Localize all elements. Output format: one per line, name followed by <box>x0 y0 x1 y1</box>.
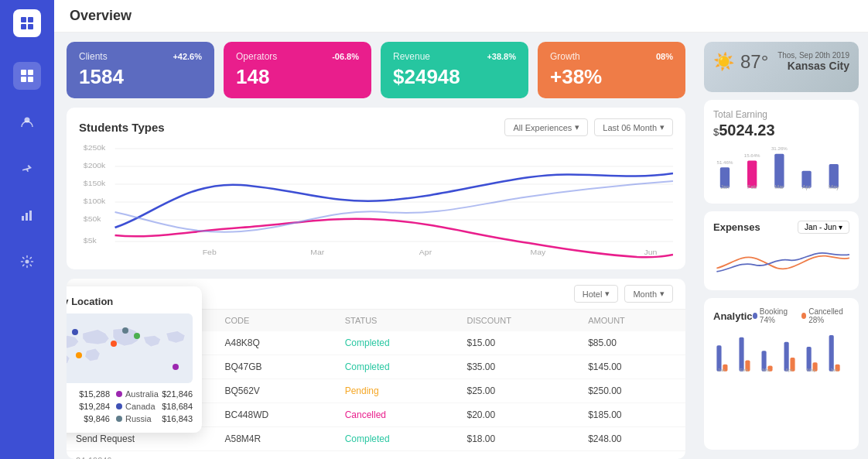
sidebar-item-analytics[interactable] <box>13 201 41 229</box>
sidebar <box>0 0 54 459</box>
loc-value: $18,684 <box>162 402 193 411</box>
loc-value: $16,843 <box>162 414 193 423</box>
svg-text:Feb: Feb <box>747 184 757 190</box>
cell-discount: $35.00 <box>457 355 579 379</box>
cell-code: A48K8Q <box>215 331 335 355</box>
legend-label-booking: Booking 74% <box>760 307 795 324</box>
cell-code: BQ562V <box>215 379 335 403</box>
cell-status: Cancelled <box>336 403 458 427</box>
cell-amount: $145.00 <box>579 355 685 379</box>
students-chart-section: Students Types All Experiences ▾ Last 06… <box>67 108 685 269</box>
map-dot-china <box>134 333 140 339</box>
cell-amount: $185.00 <box>579 403 685 427</box>
svg-text:Feb: Feb <box>740 367 748 372</box>
loc-value: $21,846 <box>162 389 193 399</box>
sidebar-item-settings[interactable] <box>13 248 41 276</box>
earning-chart: Jan 51.46% Feb 15.64% Mar 31.26% Apr <box>713 144 849 194</box>
chart-filter-experiences[interactable]: All Experiences ▾ <box>504 118 588 136</box>
legend-dot-booking <box>753 313 757 319</box>
weather-city: Kansas City <box>777 60 849 72</box>
svg-rect-7 <box>28 77 33 82</box>
map-dot-australia <box>173 364 179 370</box>
svg-rect-33 <box>747 161 757 188</box>
col-amount: AMOUNT <box>579 310 685 331</box>
sidebar-item-users[interactable] <box>13 108 41 136</box>
sidebar-item-dashboard[interactable] <box>13 62 41 90</box>
svg-text:Mar: Mar <box>762 367 771 372</box>
stat-card-revenue-header: Revenue +38.8% <box>393 51 516 62</box>
svg-rect-58 <box>829 335 834 372</box>
cell-discount: $25.00 <box>457 379 579 403</box>
loc-name: Canada <box>125 402 155 411</box>
svg-text:May: May <box>531 248 546 256</box>
legend-cancelled: Cancelled 28% <box>801 307 849 324</box>
chart-filters: All Experiences ▾ Last 06 Month ▾ <box>504 118 673 136</box>
chart-title: Students Types <box>79 121 165 134</box>
weather-date: Thos, Sep 20th 2019 <box>777 51 849 60</box>
chart-filter-month[interactable]: Last 06 Month ▾ <box>594 118 673 136</box>
svg-text:31.26%: 31.26% <box>771 146 788 151</box>
weather-icon: ☀️ <box>713 52 734 72</box>
svg-rect-0 <box>21 17 26 22</box>
analytic-card: Analytic Booking 74% Cancelled 28% <box>704 298 859 450</box>
svg-rect-3 <box>28 24 33 29</box>
svg-text:Apr: Apr <box>802 184 812 190</box>
sale-location-title: Sale by Location <box>67 296 193 307</box>
stat-card-revenue: Revenue +38.8% $24948 <box>381 42 528 98</box>
earning-title: Total Earning <box>713 109 849 120</box>
sidebar-item-flights[interactable] <box>13 155 41 183</box>
svg-text:Apr: Apr <box>419 248 432 256</box>
stat-card-growth-label: Growth <box>550 51 580 62</box>
stat-card-revenue-value: $24948 <box>393 65 516 89</box>
svg-point-12 <box>26 260 29 264</box>
svg-text:Jun: Jun <box>644 248 657 256</box>
svg-rect-11 <box>29 211 32 221</box>
cell-discount: $15.00 <box>457 331 579 355</box>
location-item: Russia $16,843 <box>116 414 193 423</box>
cell-status: Completed <box>336 355 458 379</box>
svg-rect-4 <box>21 70 26 75</box>
cell-code: A58M4R <box>215 427 335 451</box>
stat-card-revenue-label: Revenue <box>393 51 430 62</box>
cell-amount: $85.00 <box>579 331 685 355</box>
table-filter-month[interactable]: Month ▾ <box>624 285 673 303</box>
svg-text:$5k: $5k <box>84 237 97 245</box>
weather-card: ☀️ 87° Thos, Sep 20th 2019 Kansas City <box>704 42 859 92</box>
loc-dot <box>116 391 122 397</box>
expenses-period-btn[interactable]: Jan - Jun ▾ <box>798 221 849 234</box>
map-dot-canada <box>72 329 78 335</box>
loc-dot <box>116 416 122 422</box>
svg-rect-36 <box>774 154 784 188</box>
svg-rect-9 <box>22 216 24 221</box>
col-discount: DISCOUNT <box>457 310 579 331</box>
transactions-table-section: Hotel ▾ Month ▾ TRAN TYPE CODE STATUS DI… <box>67 279 685 459</box>
map-dot-brazil <box>76 352 82 358</box>
svg-text:$200k: $200k <box>84 162 106 170</box>
table-filter-hotel[interactable]: Hotel ▾ <box>574 285 619 303</box>
content-area: Clients +42.6% 1584 Operators -06.8% 148… <box>54 33 868 459</box>
stat-card-operators-change: -06.8% <box>332 52 359 61</box>
analytic-header: Analytic Booking 74% Cancelled 28% <box>713 307 849 324</box>
stat-card-clients-change: +42.6% <box>173 52 202 61</box>
stat-card-operators-label: Operators <box>236 51 277 62</box>
stat-card-revenue-change: +38.8% <box>487 52 516 61</box>
svg-text:$50k: $50k <box>84 215 101 223</box>
cell-discount: $18.00 <box>457 427 579 451</box>
analytic-title: Analytic <box>713 310 753 322</box>
stat-card-clients-header: Clients +42.6% <box>79 51 202 62</box>
col-code: CODE <box>215 310 335 331</box>
svg-rect-5 <box>28 70 33 75</box>
sale-location-card: Sale by Location <box>67 286 202 433</box>
table-footer: 24-19246 <box>67 451 685 459</box>
col-status: STATUS <box>336 310 458 331</box>
cell-code: BC448WD <box>215 403 335 427</box>
svg-text:Jan: Jan <box>720 184 729 190</box>
svg-text:May: May <box>829 184 839 190</box>
stat-card-operators: Operators -06.8% 148 <box>224 42 371 98</box>
location-item: Australia $21,846 <box>116 389 193 399</box>
map-dot-russia <box>122 327 128 334</box>
location-grid: China $15,288 Australia $21,846 Brazil $… <box>67 389 193 423</box>
stat-card-clients-value: 1584 <box>79 65 202 89</box>
stat-card-clients-label: Clients <box>79 51 108 62</box>
expenses-header: Expenses Jan - Jun ▾ <box>713 221 849 234</box>
